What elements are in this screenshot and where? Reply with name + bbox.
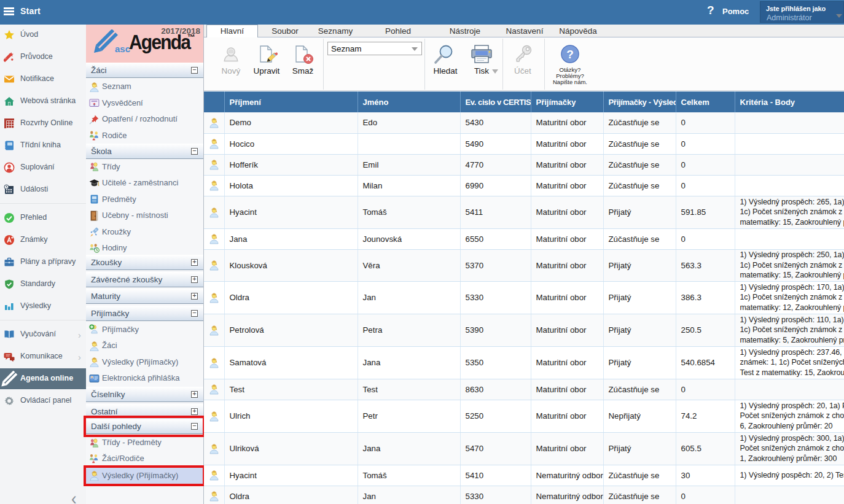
svg-text:?: ? [566, 48, 574, 61]
